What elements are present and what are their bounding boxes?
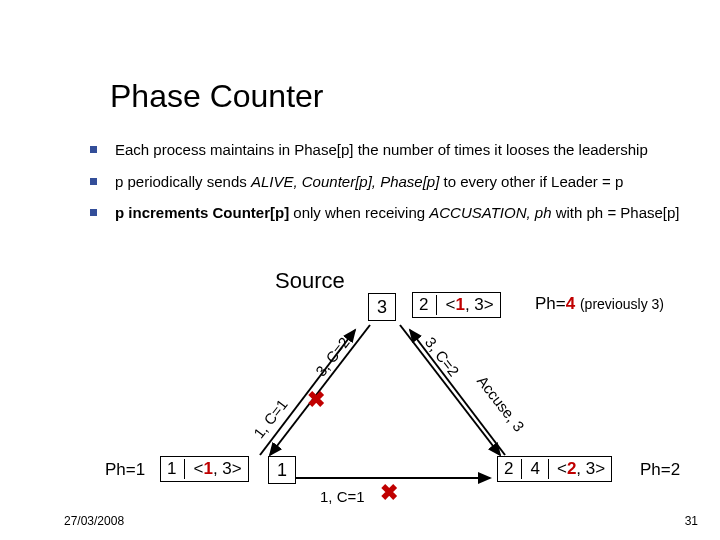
svg-line-2 [260,330,355,455]
bullet-icon [90,178,97,185]
node-right-bottom-ph: Ph=2 [640,460,680,480]
edge-label-r: Accuse, 3 [474,372,528,434]
node-right-top-ph: Ph=4 (previously 3) [535,294,664,314]
node-right-bottom-pair: 2 4 <2, 3> [497,456,612,482]
bullet-icon [90,146,97,153]
pair-tuple: <1, 3> [445,295,493,315]
slide-title: Phase Counter [110,78,323,115]
text-fragment: p increments Counter[p] [115,204,289,221]
edge-label-b: 1, C=1 [320,488,365,505]
pair-divider [436,295,437,315]
pair-divider [548,459,549,479]
text-fragment: p periodically sends [115,173,251,190]
diagram: Source 3 2 <1, 3> Ph=4 (previously 3) 3,… [0,0,720,540]
footer-date: 27/03/2008 [64,514,124,528]
tuple-bold: 2 [567,459,576,478]
bullet-1: Each process maintains in Phase[p] the n… [90,140,700,160]
text-fragment: ACCUSATION, ph [429,204,551,221]
bullet-icon [90,209,97,216]
text-fragment: ALIVE, Counter[p], Phase[p] [251,173,439,190]
text-fragment: only when receiving [289,204,429,221]
pair-count: 1 [167,459,176,479]
cross-icon: ✖ [307,387,325,413]
text-fragment: to every other if Leader = p [439,173,623,190]
bullet-3-text: p increments Counter[p] only when receiv… [115,203,700,223]
node-bottom-center: 1 [268,456,296,484]
tuple-bold: 1 [203,459,212,478]
edge-label-tl: 3, C=2 [312,334,353,380]
node-top: 3 [368,293,396,321]
bullet-2: p periodically sends ALIVE, Counter[p], … [90,172,700,192]
cross-icon: ✖ [380,480,398,506]
footer-page-number: 31 [685,514,698,528]
bullet-1-text: Each process maintains in Phase[p] the n… [115,140,700,160]
pair-tuple: <2, 3> [557,459,605,479]
svg-line-0 [270,325,370,455]
pair-divider [521,459,522,479]
bullet-2-text: p periodically sends ALIVE, Counter[p], … [115,172,700,192]
text-fragment: 4 [566,294,575,313]
node-left-ph: Ph=1 [105,460,145,480]
node-left-pair: 1 <1, 3> [160,456,249,482]
svg-line-1 [400,325,500,455]
pair-extra: 4 [530,459,539,479]
bullet-list: Each process maintains in Phase[p] the n… [90,140,700,235]
pair-count: 2 [419,295,428,315]
tuple-bold: 1 [455,295,464,314]
pair-divider [184,459,185,479]
source-label: Source [275,268,345,294]
svg-line-3 [410,330,505,455]
text-fragment: (previously 3) [580,296,664,312]
node-right-top-pair: 2 <1, 3> [412,292,501,318]
text-fragment: with ph = Phase[p] [552,204,680,221]
diagram-svg [0,0,720,540]
bullet-3: p increments Counter[p] only when receiv… [90,203,700,223]
text-fragment: Ph= [535,294,566,313]
pair-tuple: <1, 3> [193,459,241,479]
pair-count: 2 [504,459,513,479]
edge-label-tr: 3, C=2 [422,334,463,380]
edge-label-l: 1, C=1 [250,396,291,442]
